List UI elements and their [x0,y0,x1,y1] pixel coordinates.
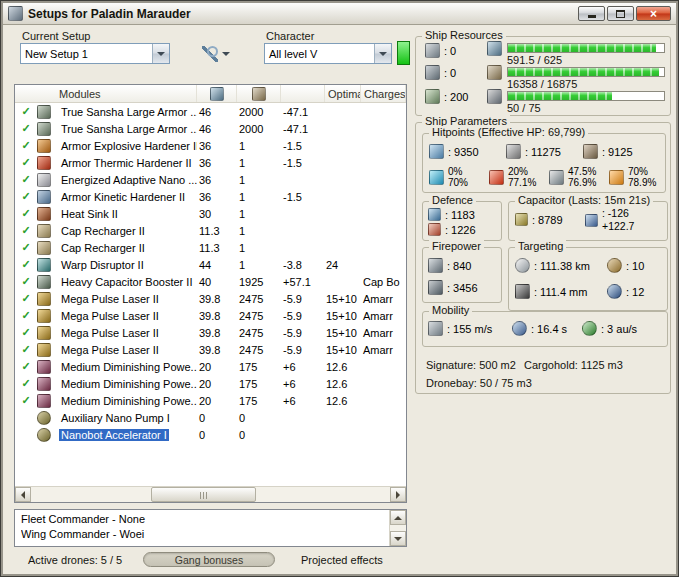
minimize-button[interactable] [578,6,605,21]
module-cap-use-value: +6 [281,361,325,373]
cpu-bar [507,43,665,53]
module-cpu-value: 20 [197,378,237,390]
module-row[interactable]: ✓ Warp Disruptor II 44 1 -3.8 24 [15,256,406,273]
module-row[interactable]: ✓ True Sansha Large Armor ... 46 2000 -4… [15,103,406,120]
nosferatu-icon [37,360,51,374]
shield-hp-icon [429,144,444,159]
commander-list-item[interactable]: Fleet Commander - None [21,512,388,527]
powergrid-column-header[interactable] [237,85,281,102]
gang-bonuses-button[interactable]: Gang bonuses [143,552,275,567]
kinetic-resist-icon [549,170,564,185]
maximize-button[interactable] [607,6,634,21]
online-check-icon: ✓ [15,258,37,271]
module-row[interactable]: ✓ Heat Sink II 30 1 [15,205,406,222]
module-row[interactable]: ✓ Energized Adaptive Nano ... 36 1 [15,171,406,188]
max-targets-icon [607,258,622,273]
charges-column-header[interactable]: Charges [361,85,406,102]
module-cpu-value: 30 [197,208,237,220]
current-setup-dropdown-button[interactable] [152,44,169,63]
online-check-icon: ✓ [15,173,37,186]
velocity-icon [428,321,443,336]
scan-resolution-value: : 111.4 mm [534,286,587,298]
title-bar[interactable]: Setups for Paladin Marauder × [3,3,676,25]
module-row[interactable]: ✓ Heavy Capacitor Booster II 40 1925 +57… [15,273,406,290]
character-combo[interactable]: All level V [264,43,392,64]
module-row[interactable]: ✓ Armor Thermic Hardener II 36 1 -1.5 [15,154,406,171]
cpu-usage-value: 591.5 / 625 [507,54,562,66]
shield-recharge-icon [428,208,441,221]
module-optimal-value: 12.6 [325,395,361,407]
armor-hp-icon [506,144,521,159]
module-row[interactable]: ✓ Medium Diminishing Powe... 20 175 +6 1… [15,375,406,392]
character-dropdown-button[interactable] [374,44,391,63]
module-row[interactable]: ✓ Medium Diminishing Powe... 20 175 +6 1… [15,392,406,409]
sensor-strength-icon [607,284,622,299]
module-row[interactable]: ✓ Medium Diminishing Powe... 20 175 +6 1… [15,358,406,375]
online-check-icon: ✓ [15,190,37,203]
character-label: Character [266,30,314,42]
em-resist-stat: 0%70% [429,166,468,188]
module-row[interactable]: ✓ Mega Pulse Laser II 39.8 2475 -5.9 15+… [15,290,406,307]
scroll-right-button[interactable] [390,487,406,502]
module-row[interactable]: ✓ Armor Kinetic Hardener II 36 1 -1.5 [15,188,406,205]
setup-tools-button[interactable] [198,43,240,64]
powergrid-column-icon [252,87,266,101]
module-row[interactable]: ✓ Cap Recharger II 11.3 1 [15,222,406,239]
turret-hardpoint-icon [425,43,440,58]
module-name: Mega Pulse Laser II [59,293,161,305]
volley-value: : 3456 [447,282,478,294]
current-setup-combo[interactable]: New Setup 1 [20,43,170,64]
module-row[interactable]: ✓ Mega Pulse Laser II 39.8 2475 -5.9 15+… [15,307,406,324]
targeting-panel: Targeting : 111.38 km : 10 : 111.4 mm : … [508,247,668,311]
scroll-down-button[interactable] [390,531,406,546]
module-name: Armor Kinetic Hardener II [59,191,187,203]
eft-window: Setups for Paladin Marauder × Current Se… [0,0,679,577]
shield-recharge-value: : 1183 [445,209,475,221]
module-powergrid-value: 1 [237,157,281,169]
module-name: Heat Sink II [59,208,120,220]
optimal-column-header[interactable]: Optimal [325,85,361,102]
module-row[interactable]: ✓ Cap Recharger II 11.3 1 [15,239,406,256]
module-charge-value: Amarr [361,344,406,356]
kinetic-armor-resist: 76.9% [568,177,596,188]
cap-use-column-header[interactable] [281,85,325,102]
commander-scrollbar[interactable] [389,510,406,546]
module-row[interactable]: ✓ True Sansha Large Armor ... 46 2000 -4… [15,120,406,137]
horizontal-scrollbar[interactable] [15,486,406,502]
module-row[interactable]: ✓ Armor Explosive Hardener II 36 1 -1.5 [15,137,406,154]
shield-hp-stat: : 9350 [429,144,479,159]
cpu-column-header[interactable] [197,85,237,102]
warp-speed-icon [582,321,597,336]
module-name: True Sansha Large Armor ... [59,106,197,118]
module-powergrid-value: 2000 [237,123,281,135]
cap-recharge-value: +122.7 [602,220,634,233]
thermal-resist-stat: 20%77.1% [489,166,536,188]
module-powergrid-value: 1 [237,259,281,271]
ship-parameters-panel: Ship Parameters Hitpoints (Effective HP:… [415,122,671,394]
module-cpu-value: 36 [197,140,237,152]
commander-list[interactable]: Fleet Commander - NoneWing Commander - W… [14,509,407,547]
commander-list-item[interactable]: Wing Commander - Woei [21,527,388,542]
module-row[interactable]: Auxiliary Nano Pump I 0 0 [15,409,406,426]
defence-title: Defence [429,194,476,206]
thermal-shield-resist: 20% [508,166,536,177]
scroll-up-button[interactable] [390,510,406,525]
module-row[interactable]: ✓ Mega Pulse Laser II 39.8 2475 -5.9 15+… [15,341,406,358]
armor-hp-value: : 11275 [525,146,561,158]
module-cap-use-value: +6 [281,378,325,390]
module-row[interactable]: ✓ Mega Pulse Laser II 39.8 2475 -5.9 15+… [15,324,406,341]
explosive-armor-resist: 78.9% [628,177,656,188]
online-check-icon: ✓ [15,343,37,356]
module-name: Auxiliary Nano Pump I [59,412,172,424]
align-time-value: : 16.4 s [531,323,567,335]
horizontal-scrollbar-thumb[interactable] [151,487,256,502]
module-cap-use-value: -5.9 [281,327,325,339]
scroll-left-button[interactable] [15,487,31,502]
modules-column-header[interactable]: Modules [15,85,197,102]
turret-dps-icon [428,258,443,273]
module-powergrid-value: 175 [237,361,281,373]
module-optimal-value: 15+10 [325,293,361,305]
close-button[interactable]: × [636,6,671,21]
module-name: Energized Adaptive Nano ... [59,174,197,186]
module-row[interactable]: Nanobot Accelerator I 0 0 [15,426,406,443]
